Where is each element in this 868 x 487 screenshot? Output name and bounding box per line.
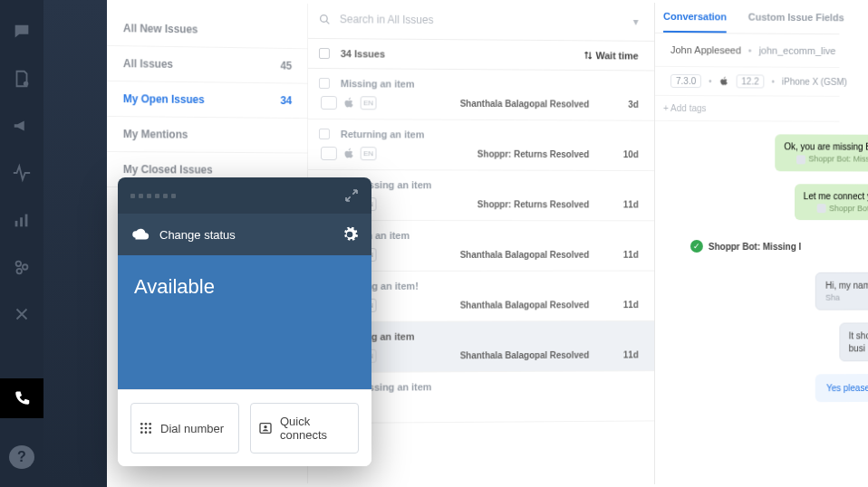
issue-checkbox[interactable] xyxy=(319,78,330,89)
device-info: 7.3.0• 12.2• iPhone X (GSM) xyxy=(651,67,839,97)
filter-mentions[interactable]: My Mentions xyxy=(107,117,307,154)
filter-all[interactable]: All Issues45 xyxy=(107,46,307,84)
issue-age: 11d xyxy=(603,200,639,210)
svg-point-16 xyxy=(145,431,148,434)
bot-message: Let me connect yShoppr Bot: xyxy=(795,184,868,221)
bot-message: Ok, you are missing BShoppr Bot: Missi xyxy=(775,134,868,171)
svg-point-17 xyxy=(149,431,151,434)
apple-icon xyxy=(719,76,729,86)
svg-point-15 xyxy=(140,431,143,434)
svg-point-0 xyxy=(24,81,29,87)
dialer-state: Available xyxy=(118,255,371,389)
svg-point-6 xyxy=(17,269,23,274)
analytics-icon[interactable] xyxy=(12,210,32,230)
conversation-panel: Conversation Custom Issue Fields John Ap… xyxy=(651,0,839,487)
issue-resolver: Shoppr: Returns Resolved xyxy=(477,149,589,159)
add-tags[interactable]: + Add tags xyxy=(651,96,839,122)
nav-rail: ? xyxy=(0,0,43,487)
issue-title: Returning an item xyxy=(341,129,425,139)
svg-rect-2 xyxy=(20,217,23,226)
issue-age: 11d xyxy=(603,250,639,260)
svg-point-14 xyxy=(149,427,151,430)
lang-badge: EN xyxy=(361,147,377,160)
svg-rect-3 xyxy=(25,215,28,227)
filter-my-open[interactable]: My Open Issues34 xyxy=(107,81,307,119)
cloud-icon xyxy=(130,224,150,244)
dialpad-icon xyxy=(139,421,153,435)
gear-cluster-icon[interactable] xyxy=(12,257,32,277)
issue-age: 11d xyxy=(603,300,639,310)
user-name: John Appleseed xyxy=(670,44,741,55)
search-input[interactable]: Search in All Issues ▾ xyxy=(303,0,654,42)
svg-point-4 xyxy=(16,262,21,267)
help-icon[interactable]: ? xyxy=(9,445,34,469)
user-message: Hi, my namSha xyxy=(815,272,868,310)
tab-custom-fields[interactable]: Custom Issue Fields xyxy=(748,12,844,34)
platform-icon xyxy=(321,147,337,160)
dial-number-button[interactable]: Dial number xyxy=(130,403,239,454)
grip-icon[interactable] xyxy=(130,194,176,198)
search-icon xyxy=(319,14,331,25)
issue-resolver: Shanthala Balagopal Resolved xyxy=(460,99,590,110)
select-all-checkbox[interactable] xyxy=(319,48,330,59)
system-message: ✓ Shoppr Bot: Missing I xyxy=(681,233,810,260)
issue-resolver: Shanthala Balagopal Resolved xyxy=(460,350,590,361)
issue-row[interactable]: Returning an itemENShoppr: Returns Resol… xyxy=(303,119,654,171)
issue-age: 11d xyxy=(603,350,639,360)
issue-count: 34 Issues xyxy=(341,48,385,59)
change-status-label[interactable]: Change status xyxy=(159,228,236,242)
check-icon: ✓ xyxy=(690,240,703,253)
tools-icon[interactable] xyxy=(12,304,32,324)
contacts-icon xyxy=(258,421,273,435)
user-message: Yes please xyxy=(815,374,868,402)
expand-icon[interactable] xyxy=(344,188,359,203)
svg-point-13 xyxy=(145,427,148,430)
chevron-down-icon[interactable]: ▾ xyxy=(633,15,639,28)
search-placeholder: Search in All Issues xyxy=(340,13,434,26)
svg-point-7 xyxy=(321,14,328,22)
svg-point-11 xyxy=(149,423,151,425)
phone-icon[interactable] xyxy=(0,378,43,418)
dialer-widget: Change status Available Dial number Quic… xyxy=(118,177,371,466)
lang-badge: EN xyxy=(361,96,377,110)
activity-icon[interactable] xyxy=(12,163,32,183)
issue-age: 3d xyxy=(603,100,639,110)
brand-icon xyxy=(342,97,355,110)
issue-title: Missing an item xyxy=(341,78,415,89)
quick-connects-button[interactable]: Quick connects xyxy=(250,403,359,454)
issue-checkbox[interactable] xyxy=(319,129,330,139)
chat-icon[interactable] xyxy=(12,22,32,42)
svg-point-9 xyxy=(140,423,143,425)
megaphone-icon[interactable] xyxy=(12,116,32,136)
docs-icon[interactable] xyxy=(12,69,32,89)
issue-age: 10d xyxy=(603,149,639,159)
secondary-rail xyxy=(43,0,112,487)
tab-conversation[interactable]: Conversation xyxy=(663,11,727,33)
svg-point-19 xyxy=(264,425,266,428)
user-handle: john_ecomm_live xyxy=(759,45,836,56)
issue-resolver: Shanthala Balagopal Resolved xyxy=(460,300,590,310)
svg-point-10 xyxy=(145,423,148,425)
platform-icon xyxy=(321,96,337,110)
issue-resolver: Shanthala Balagopal Resolved xyxy=(460,250,590,260)
svg-rect-1 xyxy=(15,221,18,226)
list-header: 34 Issues Wait time xyxy=(303,39,654,72)
filter-all-new[interactable]: All New Issues xyxy=(107,11,307,49)
issue-resolver: Shoppr: Returns Resolved xyxy=(477,199,589,209)
gear-icon[interactable] xyxy=(341,225,359,244)
issue-row[interactable]: Missing an itemENShanthala Balagopal Res… xyxy=(303,69,654,121)
user-message: It shobusi xyxy=(839,323,868,362)
svg-point-5 xyxy=(23,264,27,270)
brand-icon xyxy=(342,148,355,160)
issue-user: John Appleseed • john_ecomm_live xyxy=(651,33,839,68)
svg-point-12 xyxy=(140,427,143,430)
sort-control[interactable]: Wait time xyxy=(583,50,639,61)
